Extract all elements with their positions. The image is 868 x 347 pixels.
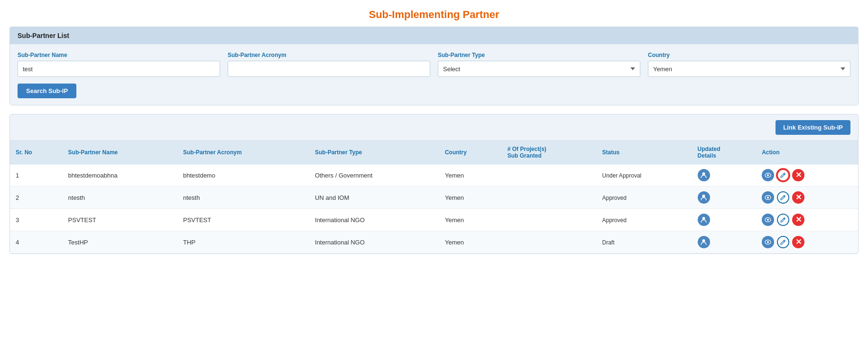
person-icon-button[interactable] xyxy=(698,191,710,204)
acronym-input[interactable] xyxy=(228,61,430,77)
table-header-row: Sr. No Sub-Partner Name Sub-Partner Acro… xyxy=(10,141,858,164)
cell-name: bhtestdemoabhna xyxy=(63,164,177,187)
cell-updated xyxy=(692,164,757,187)
cell-projects xyxy=(502,187,597,209)
results-top-bar: Link Existing Sub-IP xyxy=(10,114,858,141)
cell-type: International NGO xyxy=(309,231,439,253)
cell-action: ✕ xyxy=(756,209,858,231)
col-name: Sub-Partner Name xyxy=(63,141,177,164)
table-row: 4TestHPTHPInternational NGOYemenDraft ✕ xyxy=(10,231,858,253)
action-buttons: ✕ xyxy=(762,214,852,226)
person-icon-button[interactable] xyxy=(698,169,710,181)
delete-button[interactable]: ✕ xyxy=(792,236,804,248)
person-icon-button[interactable] xyxy=(698,236,710,248)
results-panel: Link Existing Sub-IP Sr. No Sub-Partner … xyxy=(9,114,859,254)
status-badge: Approved xyxy=(602,195,627,201)
cell-acronym: ntesth xyxy=(177,187,309,209)
cell-status: Approved xyxy=(597,209,692,231)
cell-sr: 4 xyxy=(10,231,63,253)
delete-button[interactable]: ✕ xyxy=(792,169,804,181)
cell-acronym: THP xyxy=(177,231,309,253)
acronym-field-group: Sub-Partner Acronym xyxy=(228,52,430,77)
col-projects: # Of Project(s)Sub Granted xyxy=(502,141,597,164)
view-button[interactable] xyxy=(762,169,774,181)
svg-point-2 xyxy=(767,174,769,176)
cell-updated xyxy=(692,231,757,253)
main-content: Sub-Partner List Sub-Partner Name Sub-Pa… xyxy=(0,27,868,263)
cell-acronym: PSVTEST xyxy=(177,209,309,231)
col-acronym: Sub-Partner Acronym xyxy=(177,141,309,164)
table-row: 2ntesthntesthUN and IOMYemenApproved ✕ xyxy=(10,187,858,209)
link-existing-button[interactable]: Link Existing Sub-IP xyxy=(776,120,850,135)
delete-button[interactable]: ✕ xyxy=(792,191,804,204)
type-field-group: Sub-Partner Type Select International NG… xyxy=(438,52,640,77)
cell-projects xyxy=(502,209,597,231)
search-button[interactable]: Search Sub-IP xyxy=(18,84,76,98)
cell-name: TestHP xyxy=(63,231,177,253)
svg-point-5 xyxy=(767,197,769,198)
cell-name: ntesth xyxy=(63,187,177,209)
table-row: 3PSVTESTPSVTESTInternational NGOYemenApp… xyxy=(10,209,858,231)
cell-projects xyxy=(502,231,597,253)
delete-button[interactable]: ✕ xyxy=(792,214,804,226)
cell-acronym: bhtestdemo xyxy=(177,164,309,187)
cell-type: Others / Government xyxy=(309,164,439,187)
status-badge: Approved xyxy=(602,217,627,224)
view-button[interactable] xyxy=(762,191,774,204)
cell-sr: 3 xyxy=(10,209,63,231)
svg-point-9 xyxy=(702,239,705,242)
action-buttons: ✕ xyxy=(762,236,852,248)
cell-country: Yemen xyxy=(439,187,502,209)
cell-action: ✕ xyxy=(756,164,858,187)
col-updated: UpdatedDetails xyxy=(692,141,757,164)
status-badge: Under Approval xyxy=(602,172,642,179)
edit-button[interactable] xyxy=(777,236,789,248)
cell-updated xyxy=(692,187,757,209)
cell-sr: 1 xyxy=(10,164,63,187)
country-label: Country xyxy=(648,52,850,58)
cell-status: Draft xyxy=(597,231,692,253)
name-label: Sub-Partner Name xyxy=(18,52,220,58)
page-title: Sub-Implementing Partner xyxy=(0,0,868,27)
col-action: Action xyxy=(756,141,858,164)
edit-button[interactable] xyxy=(777,214,789,226)
view-button[interactable] xyxy=(762,236,774,248)
svg-point-0 xyxy=(702,172,705,175)
svg-point-3 xyxy=(702,195,705,197)
cell-country: Yemen xyxy=(439,164,502,187)
cell-status: Approved xyxy=(597,187,692,209)
country-select[interactable]: Yemen Afghanistan Iraq Syria xyxy=(648,61,850,77)
action-buttons: ✕ xyxy=(762,169,852,181)
search-fields-row: Sub-Partner Name Sub-Partner Acronym Sub… xyxy=(18,52,850,77)
person-icon-button[interactable] xyxy=(698,214,710,226)
type-label: Sub-Partner Type xyxy=(438,52,640,58)
name-input[interactable] xyxy=(18,61,220,77)
search-panel-header: Sub-Partner List xyxy=(10,27,858,44)
status-badge: Draft xyxy=(602,239,615,246)
edit-button[interactable] xyxy=(777,191,789,204)
cell-country: Yemen xyxy=(439,209,502,231)
col-country: Country xyxy=(439,141,502,164)
cell-action: ✕ xyxy=(756,187,858,209)
cell-country: Yemen xyxy=(439,231,502,253)
action-buttons: ✕ xyxy=(762,191,852,204)
acronym-label: Sub-Partner Acronym xyxy=(228,52,430,58)
name-field-group: Sub-Partner Name xyxy=(18,52,220,77)
cell-updated xyxy=(692,209,757,231)
cell-type: International NGO xyxy=(309,209,439,231)
search-panel-body: Sub-Partner Name Sub-Partner Acronym Sub… xyxy=(10,44,858,105)
svg-point-6 xyxy=(702,217,705,220)
col-type: Sub-Partner Type xyxy=(309,141,439,164)
cell-action: ✕ xyxy=(756,231,858,253)
edit-button[interactable] xyxy=(777,169,789,181)
view-button[interactable] xyxy=(762,214,774,226)
svg-point-11 xyxy=(767,241,769,243)
table-row: 1bhtestdemoabhnabhtestdemoOthers / Gover… xyxy=(10,164,858,187)
search-panel: Sub-Partner List Sub-Partner Name Sub-Pa… xyxy=(9,27,859,105)
cell-type: UN and IOM xyxy=(309,187,439,209)
search-button-row: Search Sub-IP xyxy=(18,84,850,98)
country-field-group: Country Yemen Afghanistan Iraq Syria xyxy=(648,52,850,77)
type-select[interactable]: Select International NGO Local NGO UN an… xyxy=(438,61,640,77)
cell-name: PSVTEST xyxy=(63,209,177,231)
cell-sr: 2 xyxy=(10,187,63,209)
